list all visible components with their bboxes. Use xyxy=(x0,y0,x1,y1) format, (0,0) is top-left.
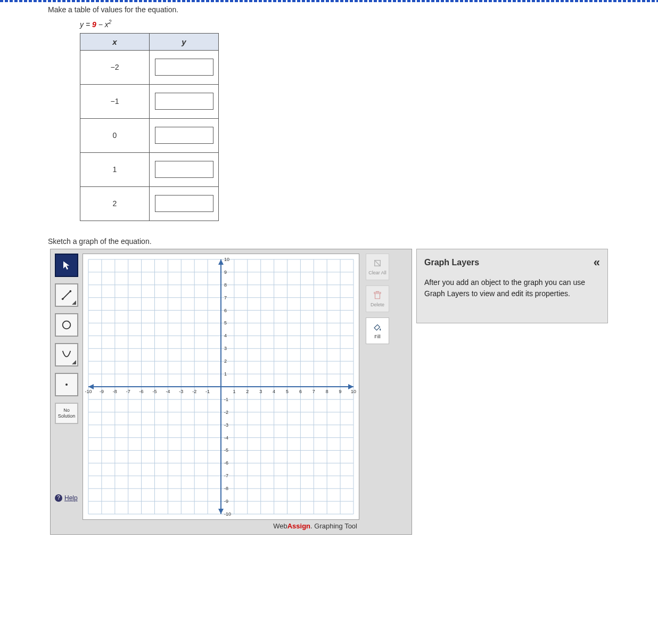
y-arrow-up-icon xyxy=(218,259,224,265)
svg-text:-4: -4 xyxy=(224,435,228,440)
svg-text:4: 4 xyxy=(273,389,275,394)
line-icon xyxy=(61,289,72,301)
svg-point-2 xyxy=(70,290,72,292)
svg-text:-10: -10 xyxy=(224,511,231,517)
brand-assign: Assign xyxy=(287,522,310,530)
svg-text:-8: -8 xyxy=(113,389,117,394)
submenu-icon xyxy=(72,360,76,364)
submenu-icon xyxy=(72,300,76,305)
y-arrow-down-icon xyxy=(218,509,224,514)
eq-minus: − xyxy=(96,20,105,29)
svg-text:7: 7 xyxy=(224,295,227,300)
parabola-tool[interactable] xyxy=(55,343,78,366)
svg-text:8: 8 xyxy=(326,389,328,394)
cell-x: −1 xyxy=(80,84,150,118)
table-row: −1 xyxy=(80,84,219,118)
y-input[interactable] xyxy=(155,161,213,178)
svg-text:-7: -7 xyxy=(224,473,228,478)
svg-text:2: 2 xyxy=(246,389,249,394)
y-input[interactable] xyxy=(155,59,213,76)
table-row: 0 xyxy=(80,118,219,152)
equation: y = 9 − x2 xyxy=(80,19,658,29)
brand-label: WebAssign. Graphing Tool xyxy=(83,522,359,530)
svg-text:-2: -2 xyxy=(192,389,196,394)
y-input[interactable] xyxy=(155,195,213,212)
svg-text:1: 1 xyxy=(224,371,227,377)
svg-text:3: 3 xyxy=(224,346,227,351)
point-icon xyxy=(62,380,71,389)
svg-text:-8: -8 xyxy=(224,486,228,491)
eq-nine[interactable]: 9 xyxy=(92,20,96,29)
svg-text:10: 10 xyxy=(351,389,356,394)
svg-text:-5: -5 xyxy=(224,447,228,453)
table-row: 2 xyxy=(80,186,219,221)
graphing-tool: No Solution ? Help -10-9-8-7-6-5 xyxy=(50,249,658,535)
circle-icon xyxy=(61,319,72,331)
delete-label: Delete xyxy=(371,302,384,307)
svg-text:8: 8 xyxy=(224,282,227,287)
svg-text:1: 1 xyxy=(233,389,235,394)
table-row: 1 xyxy=(80,152,219,186)
eq-eq: = xyxy=(84,20,92,29)
y-input[interactable] xyxy=(155,127,213,144)
table-header-y: y xyxy=(150,33,219,50)
fill-label: Fill xyxy=(374,334,381,339)
svg-text:7: 7 xyxy=(312,389,315,394)
chevron-left-icon: « xyxy=(594,256,600,269)
layers-description: After you add an object to the graph you… xyxy=(424,277,600,299)
table-header-x: x xyxy=(80,33,150,50)
svg-text:-7: -7 xyxy=(126,389,130,394)
table-row: −2 xyxy=(80,50,219,84)
eq-exp: 2 xyxy=(109,19,112,25)
point-tool[interactable] xyxy=(55,373,78,396)
fill-button[interactable]: Fill xyxy=(366,317,389,344)
help-icon: ? xyxy=(55,494,62,502)
tool-column: No Solution ? Help xyxy=(55,254,78,530)
action-column: Clear All Delete Fill xyxy=(366,254,389,530)
instruction-1: Make a table of values for the equation. xyxy=(48,5,658,14)
line-tool[interactable] xyxy=(55,283,78,307)
svg-text:4: 4 xyxy=(224,333,227,338)
instruction-2: Sketch a graph of the equation. xyxy=(48,237,658,246)
brand-tool: . Graphing Tool xyxy=(310,522,357,530)
top-border xyxy=(0,0,658,2)
svg-text:-3: -3 xyxy=(224,422,228,427)
select-tool[interactable] xyxy=(55,254,78,277)
delete-button[interactable]: Delete xyxy=(366,286,389,312)
svg-text:-6: -6 xyxy=(139,389,144,394)
circle-tool[interactable] xyxy=(55,313,78,337)
clear-all-button[interactable]: Clear All xyxy=(366,254,389,280)
cell-x: −2 xyxy=(80,50,150,84)
trash-icon xyxy=(373,290,382,300)
eq-x: x xyxy=(105,20,109,29)
svg-text:-3: -3 xyxy=(179,389,183,394)
values-table: x y −2 −1 0 1 2 xyxy=(80,33,219,221)
svg-text:2: 2 xyxy=(224,358,227,364)
svg-point-1 xyxy=(62,298,64,300)
cell-x: 1 xyxy=(80,152,150,186)
svg-text:10: 10 xyxy=(224,257,229,262)
layers-title: Graph Layers xyxy=(424,258,479,267)
svg-text:9: 9 xyxy=(224,270,227,275)
svg-text:-1: -1 xyxy=(205,389,210,394)
no-solution-button[interactable]: No Solution xyxy=(55,403,78,424)
grid-wrap: -10-9-8-7-6-5-4-3-2-112345678910-10-9-8-… xyxy=(83,254,359,530)
svg-text:-1: -1 xyxy=(224,397,228,402)
svg-text:-9: -9 xyxy=(100,389,104,394)
coordinate-grid[interactable]: -10-9-8-7-6-5-4-3-2-112345678910-10-9-8-… xyxy=(83,254,359,520)
clear-icon xyxy=(373,258,382,268)
clear-all-label: Clear All xyxy=(368,270,386,275)
svg-text:-10: -10 xyxy=(85,389,92,394)
graph-layers-panel: Graph Layers « After you add an object t… xyxy=(416,249,608,323)
y-input[interactable] xyxy=(155,93,213,110)
collapse-button[interactable]: « xyxy=(594,256,600,270)
no-solution-label-2: Solution xyxy=(56,413,77,419)
eq-lhs: y xyxy=(80,20,84,29)
svg-text:5: 5 xyxy=(224,320,227,325)
parabola-icon xyxy=(61,349,72,361)
svg-text:-5: -5 xyxy=(153,389,157,394)
svg-text:-2: -2 xyxy=(224,409,228,414)
svg-text:-4: -4 xyxy=(166,389,170,394)
help-link[interactable]: ? Help xyxy=(55,494,78,502)
svg-point-4 xyxy=(65,384,68,386)
